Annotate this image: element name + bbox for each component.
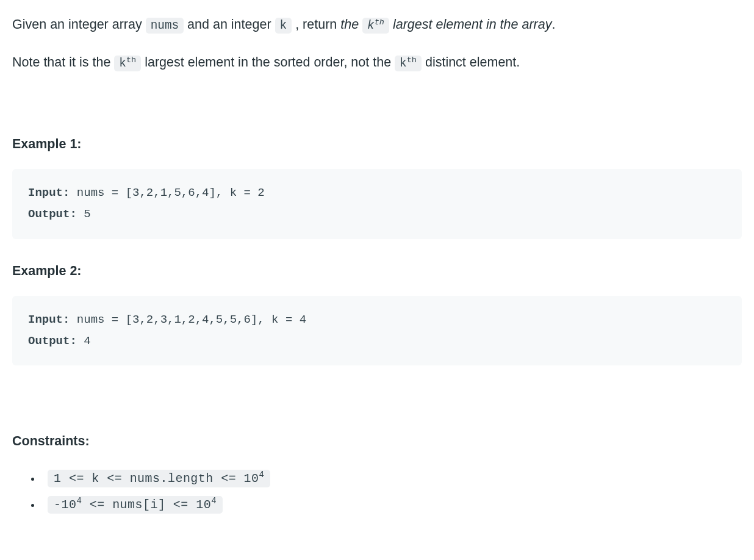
code-kth: kth — [114, 56, 141, 71]
spacer — [12, 90, 742, 134]
constraints-list: 1 <= k <= nums.length <= 104 -104 <= num… — [12, 466, 742, 516]
text: <= nums[i] <= 10 — [82, 498, 211, 512]
input-label: Input: — [28, 313, 70, 326]
constraint-code: 1 <= k <= nums.length <= 104 — [48, 470, 270, 487]
superscript: th — [126, 56, 136, 65]
superscript: th — [407, 56, 417, 65]
text: -10 — [54, 498, 76, 512]
superscript: 4 — [211, 497, 217, 506]
output-value: 4 — [77, 334, 91, 348]
text: , return — [292, 17, 340, 32]
text: 1 <= k <= nums.length <= 10 — [54, 472, 259, 486]
input-value: nums = [3,2,1,5,6,4], k = 2 — [70, 186, 264, 199]
superscript: 4 — [259, 470, 265, 480]
text: . — [551, 17, 555, 32]
input-label: Input: — [28, 186, 70, 199]
text: the — [340, 17, 362, 32]
code-kth: kth — [395, 56, 422, 71]
text: distinct element. — [422, 55, 520, 70]
constraint-item: 1 <= k <= nums.length <= 104 — [41, 466, 742, 490]
example-1-heading: Example 1: — [12, 134, 742, 154]
text: k — [367, 19, 375, 32]
superscript: th — [375, 18, 384, 27]
text: Note that it is the — [12, 55, 114, 70]
text: and an integer — [184, 17, 275, 32]
note-paragraph: Note that it is the kth largest element … — [12, 52, 742, 73]
example-2-block: Input: nums = [3,2,3,1,2,4,5,5,6], k = 4… — [12, 296, 742, 365]
spacer — [12, 387, 742, 431]
output-value: 5 — [77, 207, 91, 221]
example-1-block: Input: nums = [3,2,1,5,6,4], k = 2 Outpu… — [12, 169, 742, 239]
problem-description: Given an integer array nums and an integ… — [0, 0, 754, 543]
code-nums: nums — [146, 18, 184, 34]
text: largest element in the sorted order, not… — [141, 55, 395, 70]
text: Given an integer array — [12, 17, 146, 32]
superscript: 4 — [76, 497, 82, 506]
code-k: k — [275, 18, 292, 34]
input-value: nums = [3,2,3,1,2,4,5,5,6], k = 4 — [70, 313, 306, 326]
constraint-code: -104 <= nums[i] <= 104 — [48, 496, 223, 514]
text: k — [400, 57, 407, 70]
text: largest element in the array — [389, 17, 552, 32]
output-label: Output: — [28, 207, 77, 221]
output-label: Output: — [28, 334, 77, 348]
example-2-heading: Example 2: — [12, 261, 742, 281]
constraints-heading: Constraints: — [12, 431, 742, 451]
code-kth: kth — [362, 18, 389, 34]
italic-text: the kth largest element in the array — [340, 17, 551, 32]
constraint-item: -104 <= nums[i] <= 104 — [41, 492, 742, 516]
intro-paragraph: Given an integer array nums and an integ… — [12, 15, 742, 35]
text: k — [119, 57, 126, 70]
